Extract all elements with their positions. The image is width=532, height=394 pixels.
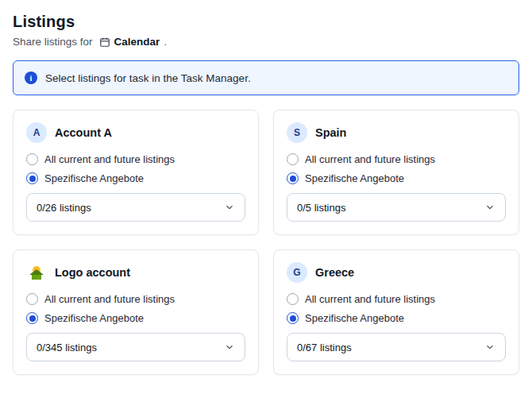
radio-label: All current and future listings	[305, 293, 435, 305]
calendar-icon	[99, 37, 110, 48]
dropdown-value: 0/67 listings	[297, 342, 352, 353]
radio-all-listings[interactable]: All current and future listings	[26, 153, 245, 165]
card-header: S Spain	[287, 122, 506, 143]
listings-dropdown[interactable]: 0/67 listings	[287, 333, 506, 361]
card-header: G Greece	[287, 262, 506, 283]
calendar-link[interactable]: Calendar	[114, 36, 160, 48]
dropdown-value: 0/345 listings	[37, 342, 97, 353]
house-logo-icon	[26, 262, 47, 283]
chevron-down-icon	[484, 342, 495, 353]
account-cards-grid: A Account A All current and future listi…	[13, 110, 519, 375]
info-icon: i	[25, 71, 37, 84]
dropdown-value: 0/26 listings	[37, 202, 91, 214]
radio-label: All current and future listings	[44, 293, 175, 305]
subtitle-text: Share listings for	[13, 36, 93, 48]
radio-all-listings[interactable]: All current and future listings	[287, 293, 506, 305]
account-card-logo-account: Logo account All current and future list…	[13, 249, 259, 375]
avatar: S	[287, 122, 307, 143]
radio-specific-listings[interactable]: Spezifische Angebote	[26, 312, 245, 324]
radio-label: Spezifische Angebote	[44, 312, 144, 324]
listings-page: Listings Share listings for Calendar . i…	[0, 0, 532, 389]
account-card-spain: S Spain All current and future listings …	[273, 110, 519, 235]
banner-text: Select listings for task in the Task Man…	[45, 72, 251, 84]
page-title: Listings	[13, 13, 519, 31]
chevron-down-icon	[484, 202, 495, 213]
radio-unselected-icon	[287, 293, 299, 305]
account-card-greece: G Greece All current and future listings…	[273, 249, 519, 375]
account-name: Logo account	[55, 266, 130, 279]
card-header: A Account A	[26, 122, 245, 143]
subtitle: Share listings for Calendar .	[13, 36, 519, 48]
chevron-down-icon	[224, 342, 235, 353]
chevron-down-icon	[224, 202, 235, 213]
radio-specific-listings[interactable]: Spezifische Angebote	[26, 172, 245, 184]
account-name: Account A	[55, 126, 112, 139]
avatar: G	[287, 262, 307, 283]
radio-label: Spezifische Angebote	[305, 172, 404, 184]
radio-label: Spezifische Angebote	[44, 172, 144, 184]
radio-selected-icon	[26, 172, 38, 184]
subtitle-period: .	[164, 36, 167, 48]
card-header: Logo account	[26, 262, 245, 283]
account-name: Spain	[315, 126, 346, 139]
radio-selected-icon	[26, 312, 38, 324]
radio-unselected-icon	[287, 153, 299, 165]
radio-label: All current and future listings	[305, 153, 435, 165]
account-name: Greece	[315, 266, 354, 279]
radio-all-listings[interactable]: All current and future listings	[287, 153, 506, 165]
radio-selected-icon	[287, 172, 299, 184]
radio-unselected-icon	[26, 153, 38, 165]
dropdown-value: 0/5 listings	[297, 202, 345, 214]
listings-dropdown[interactable]: 0/345 listings	[26, 333, 245, 361]
radio-unselected-icon	[26, 293, 38, 305]
radio-specific-listings[interactable]: Spezifische Angebote	[287, 312, 506, 324]
info-banner: i Select listings for task in the Task M…	[13, 60, 519, 95]
radio-label: Spezifische Angebote	[305, 312, 404, 324]
listings-dropdown[interactable]: 0/5 listings	[287, 193, 506, 222]
listings-dropdown[interactable]: 0/26 listings	[26, 193, 245, 222]
radio-specific-listings[interactable]: Spezifische Angebote	[287, 172, 506, 184]
radio-all-listings[interactable]: All current and future listings	[26, 293, 245, 305]
radio-label: All current and future listings	[44, 153, 175, 165]
radio-selected-icon	[287, 312, 299, 324]
avatar: A	[26, 122, 47, 143]
account-card-account-a: A Account A All current and future listi…	[13, 110, 259, 235]
